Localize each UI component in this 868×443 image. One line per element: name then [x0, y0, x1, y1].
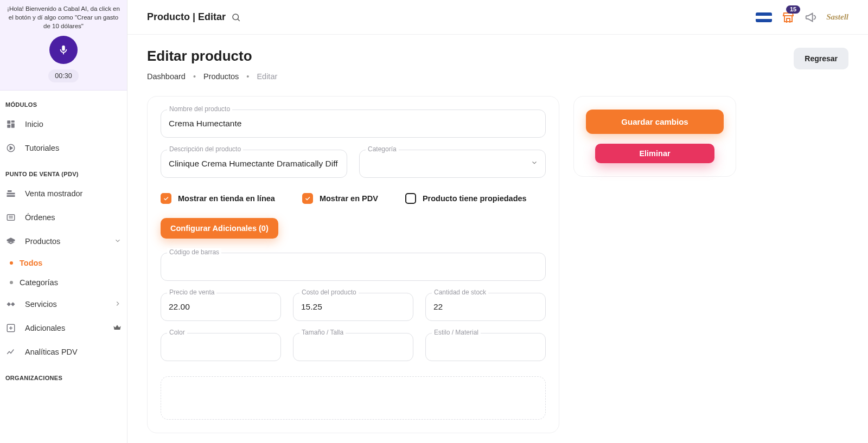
sidebar-subitem-label: Categorías [20, 278, 58, 287]
search-icon[interactable] [231, 12, 241, 22]
field-costo: Costo del producto [293, 293, 413, 321]
checkbox-icon [161, 193, 171, 204]
ai-timer: 00:30 [48, 69, 78, 82]
bullet-icon [10, 261, 13, 265]
category-select[interactable] [359, 150, 546, 178]
sidebar-item-label: Inicio [25, 120, 43, 129]
orders-icon [5, 212, 16, 223]
sidebar-item-productos[interactable]: Productos [0, 229, 127, 253]
sidebar-item-ordenes[interactable]: Órdenes [0, 206, 127, 229]
save-button[interactable]: Guardar cambios [586, 110, 724, 134]
configure-additionals-button[interactable]: Configurar Adicionales (0) [161, 218, 278, 239]
product-name-input[interactable] [161, 110, 546, 138]
section-title-organizaciones: ORGANIZACIONES [0, 364, 127, 386]
breadcrumb-productos[interactable]: Productos [203, 72, 239, 81]
sidebar-item-venta-mostrador[interactable]: Venta mostrador [0, 182, 127, 206]
sidebar-item-tutoriales[interactable]: Tutoriales [0, 136, 127, 160]
sidebar-item-label: Servicios [25, 300, 57, 309]
field-talla: Tamaño / Talla [293, 333, 413, 361]
style-input[interactable] [425, 333, 546, 361]
delete-button[interactable]: Eliminar [595, 144, 714, 163]
size-input[interactable] [293, 333, 413, 361]
field-label: Costo del producto [299, 288, 359, 296]
cash-register-icon [5, 188, 16, 199]
plus-square-icon [5, 323, 16, 333]
sidebar-item-label: Venta mostrador [25, 189, 82, 198]
ai-assistant-panel: ¡Hola! Bienvenido a Cabal AI, da click e… [0, 0, 127, 91]
breadcrumb-sep: • [246, 72, 249, 81]
notification-badge: 15 [786, 5, 800, 14]
svg-rect-2 [7, 125, 10, 128]
barcode-input[interactable] [161, 253, 546, 281]
field-precio: Precio de venta [161, 293, 281, 321]
checkbox-show-pdv[interactable]: Mostrar en PDV [302, 193, 378, 204]
play-circle-icon [5, 143, 16, 153]
field-label: Estilo / Material [432, 329, 481, 336]
field-codigo: Código de barras [161, 253, 546, 281]
field-label: Color [167, 329, 187, 336]
topbar-right: 15 Sastell [756, 11, 848, 24]
section-title-modulos: MÓDULOS [0, 91, 127, 112]
svg-rect-3 [11, 124, 15, 128]
page-title-text: Producto | Editar [147, 11, 226, 23]
product-form-card: Nombre del producto Descripción del prod… [147, 96, 559, 433]
field-label: Nombre del producto [167, 105, 232, 113]
sidebar-subitem-categorias[interactable]: Categorías [0, 273, 127, 292]
checkbox-label: Mostrar en tienda en línea [178, 194, 275, 203]
field-color: Color [161, 333, 281, 361]
field-label: Precio de venta [167, 288, 216, 296]
stock-input[interactable] [425, 293, 546, 321]
field-categoria: Categoría [359, 150, 546, 178]
sidebar-subitem-label: Todos [20, 259, 42, 267]
field-label: Descripción del producto [167, 145, 243, 153]
sidebar-item-label: Adicionales [25, 324, 65, 332]
products-icon [5, 236, 16, 247]
breadcrumb-sep: • [193, 72, 196, 81]
chevron-down-icon [114, 237, 122, 246]
product-description-input[interactable] [161, 150, 347, 178]
svg-rect-1 [11, 121, 15, 123]
color-input[interactable] [161, 333, 281, 361]
analytics-icon [5, 346, 16, 357]
ai-welcome-text: ¡Hola! Bienvenido a Cabal AI, da click e… [7, 4, 120, 30]
breadcrumb-dashboard[interactable]: Dashboard [147, 72, 186, 81]
actions-card: Guardar cambios Eliminar [573, 96, 736, 177]
checkbox-show-online[interactable]: Mostrar en tienda en línea [161, 193, 275, 204]
store-button[interactable]: 15 [782, 11, 795, 24]
mic-button[interactable] [49, 36, 78, 64]
main: Producto | Editar 15 Sastell Editar prod… [127, 0, 868, 443]
back-button[interactable]: Regresar [794, 48, 848, 69]
brand-logo[interactable]: Sastell [826, 12, 848, 22]
field-label: Categoría [366, 145, 399, 153]
price-input[interactable] [161, 293, 281, 321]
field-label: Tamaño / Talla [299, 329, 346, 336]
sidebar-item-inicio[interactable]: Inicio [0, 112, 127, 136]
image-dropzone[interactable] [161, 376, 546, 420]
checkbox-icon [405, 193, 416, 204]
sidebar-item-analiticas[interactable]: Analíticas PDV [0, 340, 127, 364]
svg-rect-0 [7, 121, 10, 124]
megaphone-icon[interactable] [805, 11, 816, 23]
country-flag-sv[interactable] [756, 12, 772, 22]
checkbox-row: Mostrar en tienda en línea Mostrar en PD… [161, 193, 546, 204]
checkbox-has-properties[interactable]: Producto tiene propiedades [405, 193, 527, 204]
topbar: Producto | Editar 15 Sastell [127, 0, 868, 35]
content-header: Editar producto Dashboard • Productos • … [147, 48, 848, 81]
sidebar: ¡Hola! Bienvenido a Cabal AI, da click e… [0, 0, 127, 443]
sidebar-subitem-todos[interactable]: Todos [0, 253, 127, 273]
page-heading: Editar producto [147, 48, 277, 65]
sidebar-item-label: Productos [25, 237, 60, 246]
sidebar-item-label: Órdenes [25, 213, 55, 222]
section-title-pdv: PUNTO DE VENTA (PDV) [0, 160, 127, 182]
field-label: Código de barras [167, 248, 221, 256]
cost-input[interactable] [293, 293, 413, 321]
page-title: Producto | Editar [147, 11, 241, 23]
microphone-icon [58, 44, 69, 56]
sidebar-item-adicionales[interactable]: Adicionales [0, 316, 127, 340]
bullet-icon [10, 281, 13, 284]
sidebar-item-servicios[interactable]: Servicios [0, 292, 127, 316]
checkbox-icon [302, 193, 313, 204]
field-descripcion: Descripción del producto [161, 150, 347, 178]
dashboard-icon [5, 119, 16, 130]
checkbox-label: Mostrar en PDV [320, 194, 378, 203]
